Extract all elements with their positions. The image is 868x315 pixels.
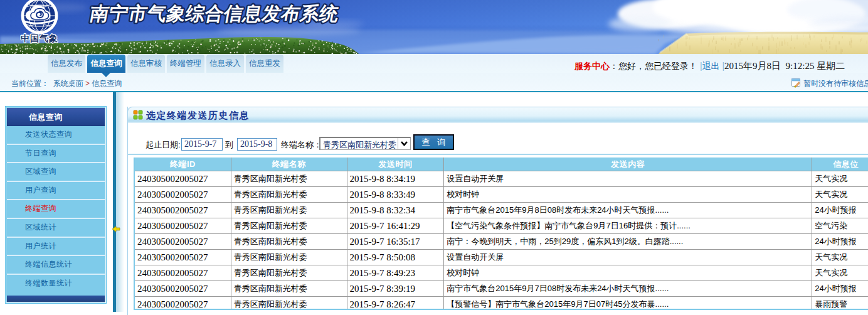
svg-text:中国气象: 中国气象 <box>21 33 58 43</box>
svg-text:南宁市气象综合信息发布系统: 南宁市气象综合信息发布系统 <box>88 3 341 24</box>
